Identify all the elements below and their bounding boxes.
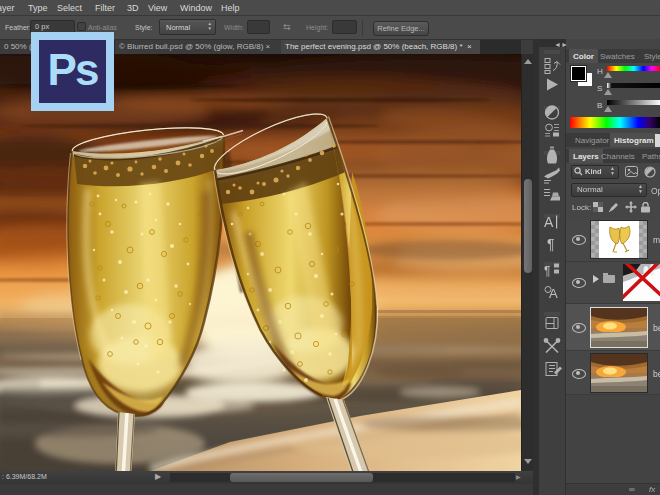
svg-text:A: A <box>544 214 554 230</box>
svg-text:¶: ¶ <box>547 236 555 252</box>
svg-text:¶: ¶ <box>544 264 550 278</box>
